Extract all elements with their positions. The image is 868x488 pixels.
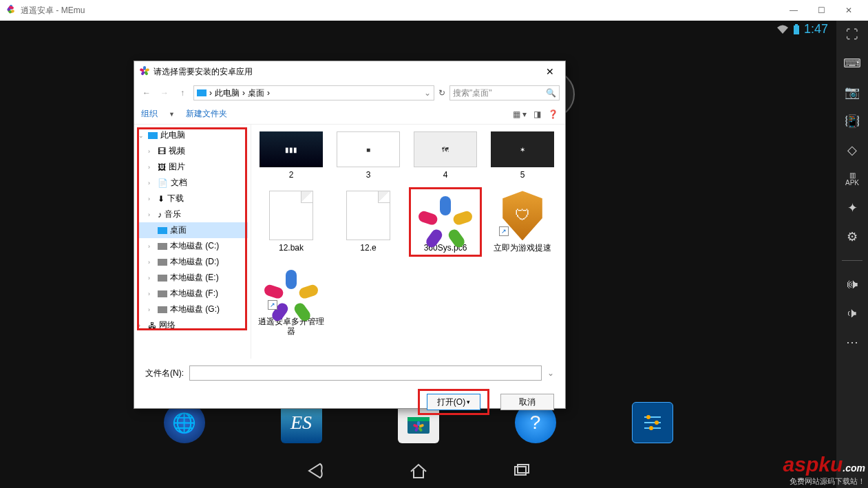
breadcrumb[interactable]: › 此电脑 › 桌面 › ⌄ xyxy=(193,85,434,100)
tree-downloads[interactable]: ›⬇ 下载 xyxy=(137,191,248,206)
clock-text: 1:47 xyxy=(804,22,828,36)
cancel-button[interactable]: 取消 xyxy=(500,394,554,410)
svg-point-19 xyxy=(655,421,659,425)
tree-drive-c[interactable]: › 本地磁盘 (C:) xyxy=(137,238,248,254)
shake-icon[interactable]: 📳 xyxy=(844,113,860,129)
maximize-button[interactable]: ☐ xyxy=(807,0,835,21)
back-icon[interactable] xyxy=(305,460,326,481)
clean-icon[interactable]: ✦ xyxy=(844,200,860,216)
android-statusbar: 1:47 xyxy=(776,22,828,36)
tree-pictures[interactable]: ›🖼 图片 xyxy=(137,159,248,175)
titlebar: 逍遥安卓 - MEmu — ☐ ✕ xyxy=(0,0,868,21)
help-icon[interactable]: ❓ xyxy=(548,109,558,119)
file-thumb-2[interactable]: ▮▮▮2 xyxy=(255,129,327,182)
tree-desktop[interactable]: 桌面 xyxy=(137,222,248,238)
gear-icon[interactable]: ⚙ xyxy=(844,229,860,245)
fullscreen-icon[interactable]: ⛶ xyxy=(844,26,860,43)
view-mode-button[interactable]: ▦ ▾ xyxy=(513,109,527,119)
shortcut-arrow-icon: ↗ xyxy=(499,226,509,236)
tree-drive-g[interactable]: › 本地磁盘 (G:) xyxy=(137,301,248,317)
file-gamespeed[interactable]: 🛡 ↗ 立即为游戏提速 xyxy=(487,188,558,255)
organize-button[interactable]: 组织 xyxy=(141,108,158,120)
tree-network[interactable]: ›🖧 网络 xyxy=(137,317,248,333)
crumb-current[interactable]: 桌面 xyxy=(248,87,264,99)
close-button[interactable]: ✕ xyxy=(835,0,862,21)
svg-rect-22 xyxy=(518,465,529,473)
tree-drive-d[interactable]: › 本地磁盘 (D:) xyxy=(137,254,248,270)
android-navbar xyxy=(0,454,836,488)
monitor-icon xyxy=(197,89,207,96)
file-thumb-5[interactable]: ✶5 xyxy=(487,129,558,182)
svg-rect-5 xyxy=(794,25,799,34)
watermark: aspku.com 免费网站源码下载站！ xyxy=(783,453,865,487)
file-memu-multi[interactable]: ↗ 逍遥安卓多开管理器 xyxy=(255,262,327,339)
file-12e[interactable]: 12.e xyxy=(332,188,404,255)
rotate-icon[interactable]: ◇ xyxy=(844,142,860,158)
tree-videos[interactable]: ›🎞 视频 xyxy=(137,143,248,159)
shortcut-arrow-icon: ↗ xyxy=(268,300,277,310)
new-folder-button[interactable]: 新建文件夹 xyxy=(186,108,227,120)
file-open-dialog: 请选择需要安装的安卓应用 ✕ ← → ↑ › 此电脑 › 桌面 › ⌄ ↻ xyxy=(134,61,566,409)
tree-drive-f[interactable]: › 本地磁盘 (F:) xyxy=(137,286,248,301)
memu-side-toolbar: ⛶ ⌨ 📷 📳 ◇ ▥APK ✦ ⚙ 🕪 🕩 ⋯ xyxy=(836,21,868,488)
volume-down-icon[interactable]: 🕩 xyxy=(844,305,860,321)
nav-fwd-button[interactable]: → xyxy=(158,88,171,98)
apk-label: APK xyxy=(845,179,859,187)
tree-documents[interactable]: ›📄 文档 xyxy=(137,175,248,191)
window-title: 逍遥安卓 - MEmu xyxy=(21,5,85,17)
recent-icon[interactable] xyxy=(511,460,532,481)
file-thumb-4[interactable]: 🗺4 xyxy=(410,129,481,182)
refresh-icon[interactable]: ↻ xyxy=(438,88,445,98)
svg-rect-6 xyxy=(795,24,798,25)
svg-rect-21 xyxy=(515,467,526,475)
dialog-logo-icon xyxy=(140,66,149,78)
file-360sys[interactable]: 360Sys.pc6 xyxy=(410,188,481,255)
tree-drive-e[interactable]: › 本地磁盘 (E:) xyxy=(137,270,248,286)
file-thumb-3[interactable]: ■3 xyxy=(332,129,404,182)
wifi-icon xyxy=(776,25,789,34)
svg-point-20 xyxy=(649,426,653,430)
crumb-root[interactable]: 此电脑 xyxy=(215,87,240,99)
tree-this-pc[interactable]: ⌄ 此电脑 xyxy=(137,127,248,143)
home-icon[interactable] xyxy=(408,460,429,481)
camera-icon[interactable]: 📷 xyxy=(844,84,860,100)
svg-point-18 xyxy=(646,415,650,419)
tree-music[interactable]: ›♪ 音乐 xyxy=(137,206,248,222)
nav-back-button[interactable]: ← xyxy=(140,88,154,98)
more-icon[interactable]: ⋯ xyxy=(844,334,860,350)
battery-icon xyxy=(793,24,800,35)
filename-label: 文件名(N): xyxy=(145,368,184,379)
filename-input[interactable] xyxy=(189,365,542,381)
settings-icon[interactable] xyxy=(632,402,673,443)
keyboard-icon[interactable]: ⌨ xyxy=(844,55,860,72)
search-input[interactable]: 搜索"桌面" 🔍 xyxy=(449,85,560,100)
volume-up-icon[interactable]: 🕪 xyxy=(844,276,860,293)
open-button[interactable]: 打开(O) ▾ xyxy=(427,394,480,410)
file-list: ▮▮▮2 ■3 🗺4 ✶5 12.bak 12.e 360Sys.pc6 🛡 ↗ xyxy=(251,125,565,359)
apk-icon[interactable]: ▥APK xyxy=(844,171,860,187)
search-icon: 🔍 xyxy=(546,88,556,98)
dialog-close-button[interactable]: ✕ xyxy=(540,66,560,77)
search-placeholder: 搜索"桌面" xyxy=(453,87,492,99)
nav-up-button[interactable]: ↑ xyxy=(176,88,189,98)
nav-tree: ⌄ 此电脑 ›🎞 视频 ›🖼 图片 ›📄 文档 ›⬇ 下载 ›♪ 音乐 桌面 ›… xyxy=(134,125,251,359)
preview-pane-button[interactable]: ◨ xyxy=(533,109,541,119)
minimize-button[interactable]: — xyxy=(780,0,807,21)
dialog-title: 请选择需要安装的安卓应用 xyxy=(154,66,253,78)
annotation-red-box-open: 打开(O) ▾ xyxy=(418,389,489,415)
app-logo-icon xyxy=(6,4,17,17)
file-12bak[interactable]: 12.bak xyxy=(255,188,327,255)
